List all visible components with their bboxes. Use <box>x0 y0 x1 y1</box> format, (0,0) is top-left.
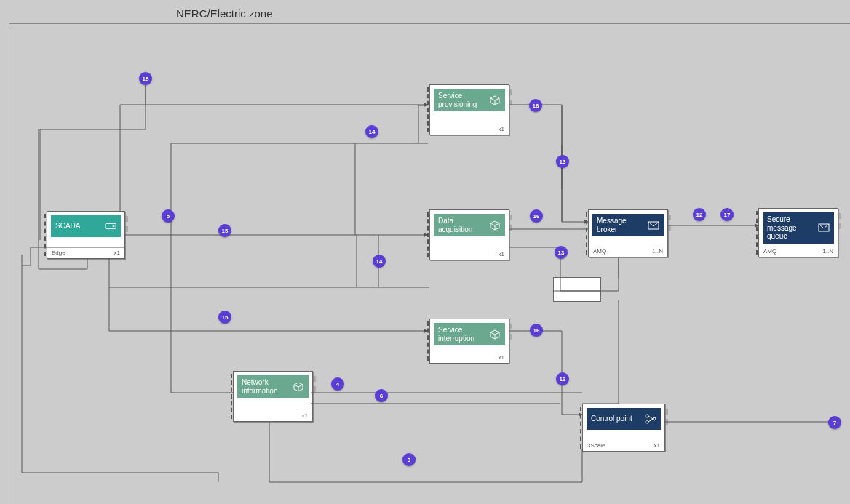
badge-14[interactable]: 14 <box>373 255 386 268</box>
badge-7[interactable]: 7 <box>828 416 841 429</box>
badge-16[interactable]: 16 <box>529 99 542 112</box>
badge-13[interactable]: 13 <box>556 155 569 168</box>
badge-3[interactable]: 3 <box>402 453 416 466</box>
badge-15[interactable]: 15 <box>218 224 231 237</box>
badge-15[interactable]: 15 <box>139 72 152 85</box>
badge-14[interactable]: 14 <box>365 125 378 138</box>
badge-17[interactable]: 17 <box>720 208 734 221</box>
badge-13[interactable]: 13 <box>556 372 569 385</box>
badge-4[interactable]: 4 <box>331 377 344 391</box>
edges-layer <box>0 0 850 504</box>
badge-15[interactable]: 15 <box>218 311 231 324</box>
badge-5[interactable]: 5 <box>162 209 175 223</box>
badge-16[interactable]: 16 <box>530 209 543 223</box>
badge-12[interactable]: 12 <box>693 208 706 221</box>
badge-13[interactable]: 13 <box>555 246 568 259</box>
badge-16[interactable]: 16 <box>530 324 543 337</box>
badge-6[interactable]: 6 <box>375 389 388 402</box>
diagram-canvas: NERC/Electric zone <box>0 0 850 504</box>
